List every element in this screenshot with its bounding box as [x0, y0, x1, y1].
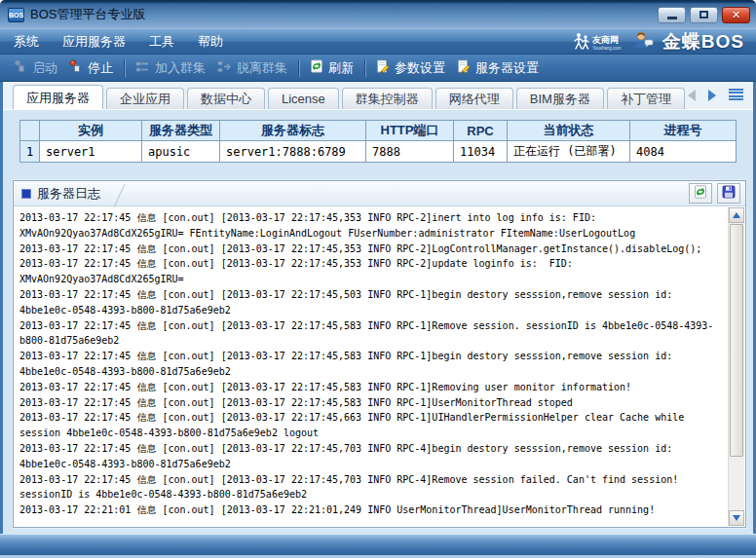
tab-app-server[interactable]: 应用服务器	[13, 85, 103, 109]
tab-bar: 应用服务器 企业应用 数据中心 License 群集控制器 网络代理 BIM服务…	[3, 82, 753, 109]
server-settings-button[interactable]: 服务器设置	[451, 57, 545, 79]
minimize-button[interactable]	[658, 7, 686, 23]
tab-data-center[interactable]: 数据中心	[187, 88, 265, 109]
scroll-up-button[interactable]	[729, 207, 744, 223]
cell-pid: 4084	[630, 141, 737, 163]
scroll-down-button[interactable]	[729, 510, 744, 526]
join-cluster-icon	[135, 60, 150, 76]
server-settings-label: 服务器设置	[475, 59, 539, 77]
tab-enterprise-app[interactable]: 企业应用	[106, 88, 184, 109]
log-line: 2013-03-17 22:17:45 信息 [con.out] [2013-0…	[19, 441, 722, 457]
menu-tools[interactable]: 工具	[149, 33, 174, 51]
leave-cluster-icon	[217, 60, 232, 76]
col-rownum	[20, 121, 40, 141]
svg-text:友商网: 友商网	[591, 35, 619, 45]
scroll-up-icon	[733, 212, 740, 218]
cell-rpc: 11034	[454, 141, 508, 163]
window-title: BOS管理平台专业版	[30, 6, 145, 23]
menu-help[interactable]: 帮助	[198, 33, 223, 51]
log-panel-title: 服务器日志	[21, 181, 122, 205]
join-cluster-button[interactable]: 加入群集	[130, 57, 211, 79]
log-save-button[interactable]	[717, 183, 740, 204]
kingdee-bos-logo: 金蝶BOS	[662, 29, 744, 55]
log-line: 2013-03-17 22:17:45 信息 [con.out] [2013-0…	[19, 472, 722, 488]
menu-system[interactable]: 系统	[14, 33, 39, 51]
log-line: 4bbe1e0c-0548-4393-b800-81d75a6e9eb2	[19, 364, 722, 380]
tab-network-proxy[interactable]: 网络代理	[435, 88, 513, 109]
server-settings-icon	[457, 59, 471, 76]
log-line: 2013-03-17 22:17:45 信息 [con.out] [2013-0…	[19, 210, 722, 226]
log-actions	[689, 183, 740, 204]
log-line: 2013-03-17 22:17:45 信息 [con.out] [2013-0…	[19, 256, 722, 272]
window-frame: 应用服务器 企业应用 数据中心 License 群集控制器 网络代理 BIM服务…	[0, 82, 756, 534]
log-line: 2013-03-17 22:17:45 信息 [con.out] [2013-0…	[19, 410, 722, 426]
cell-status: 正在运行 (已部署)	[508, 141, 630, 163]
maximize-icon	[699, 11, 708, 19]
cell-rownum: 1	[20, 141, 40, 163]
tab-license[interactable]: License	[268, 88, 339, 109]
close-icon: ✕	[732, 10, 740, 20]
menu-app-server[interactable]: 应用服务器	[62, 33, 126, 51]
col-http-port: HTTP端口	[366, 121, 454, 141]
param-settings-label: 参数设置	[395, 59, 445, 77]
tab-bim-server[interactable]: BIM服务器	[516, 88, 604, 109]
log-line: session 4bbe1e0c-0548-4393-b800-81d75a6e…	[19, 426, 722, 441]
start-label: 启动	[32, 59, 57, 77]
save-icon	[722, 185, 736, 203]
log-line: 2013-03-17 22:17:45 信息 [con.out] [2013-0…	[19, 395, 722, 411]
tab-patch-management[interactable]: 补丁管理	[607, 88, 685, 109]
log-line: 2013-03-17 22:21:01 信息 [con.out] [2013-0…	[19, 502, 722, 518]
tab-cluster-controller[interactable]: 群集控制器	[342, 88, 433, 109]
log-line: 2013-03-17 22:17:45 信息 [con.out] [2013-0…	[19, 287, 722, 303]
toolbar: 启动 停止 加入群集 脱离群集 刷新	[0, 55, 756, 82]
log-panel-header: 服务器日志	[14, 181, 745, 206]
log-line: 2013-03-17 22:17:45 信息 [con.out] [2013-0…	[19, 242, 722, 257]
cell-instance: server1	[40, 141, 142, 163]
leave-cluster-button[interactable]: 脱离群集	[211, 57, 293, 79]
start-server-button[interactable]: 启动	[8, 57, 63, 79]
content-area: 实例 服务器类型 服务器标志 HTTP端口 RPC 当前状态 进程号 1 ser…	[3, 109, 753, 534]
col-server-id: 服务器标志	[220, 121, 366, 141]
log-line: sessionID is 4bbe1e0c-0548-4393-b800-81d…	[19, 487, 722, 502]
log-title-label: 服务器日志	[37, 185, 100, 203]
stop-label: 停止	[88, 59, 113, 77]
tab-nav	[688, 89, 743, 109]
param-settings-button[interactable]: 参数设置	[370, 57, 451, 79]
menubar: 系统 应用服务器 工具 帮助 友商网 Youshang.com	[0, 29, 756, 55]
cell-http-port: 7888	[366, 141, 454, 163]
tab-scroll-right-icon[interactable]	[708, 90, 716, 101]
col-pid: 进程号	[630, 121, 737, 141]
yousheng-logo-icon: 友商网 Youshang.com	[573, 31, 624, 53]
tab-list-icon[interactable]	[729, 89, 743, 101]
server-log-panel: 服务器日志	[13, 180, 746, 528]
log-refresh-button[interactable]	[689, 183, 712, 204]
cell-server-id: server1:7888:6789	[220, 141, 366, 163]
refresh-icon	[310, 59, 323, 76]
refresh-button[interactable]: 刷新	[304, 57, 359, 79]
param-settings-icon	[376, 59, 390, 76]
col-rpc: RPC	[454, 121, 508, 141]
start-icon	[14, 59, 27, 76]
stop-icon	[69, 59, 83, 76]
col-instance: 实例	[40, 121, 142, 141]
stop-server-button[interactable]: 停止	[63, 57, 119, 79]
log-line: 4bbe1e0c-0548-4393-b800-81d75a6e9eb2	[19, 457, 722, 472]
leave-cluster-label: 脱离群集	[237, 59, 287, 77]
close-button[interactable]: ✕	[722, 7, 750, 23]
window-controls: ✕	[658, 7, 750, 23]
log-square-icon	[21, 189, 31, 199]
log-scrollbar[interactable]	[728, 207, 744, 526]
titlebar: BOS BOS管理平台专业版 ✕	[0, 0, 756, 29]
toolbar-separator	[298, 59, 299, 77]
toolbar-separator	[364, 59, 365, 77]
svg-text:Youshang.com: Youshang.com	[592, 46, 622, 51]
maximize-button[interactable]	[690, 7, 718, 23]
scroll-down-icon	[733, 515, 740, 521]
tab-scroll-left-icon[interactable]	[688, 90, 696, 101]
scrollbar-thumb[interactable]	[730, 224, 743, 457]
log-line: XMvAOn92Qyao37Ad8CdX265gIRU=	[19, 272, 722, 287]
log-output: 2013-03-17 22:17:45 信息 [con.out] [2013-0…	[14, 206, 745, 527]
log-refresh-icon	[694, 185, 707, 203]
table-row[interactable]: 1 server1 apusic server1:7888:6789 7888 …	[20, 141, 737, 163]
col-server-type: 服务器类型	[142, 121, 220, 141]
